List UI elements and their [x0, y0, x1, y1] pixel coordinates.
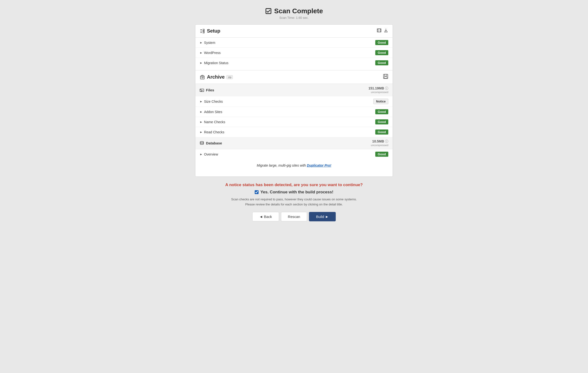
- setup-section-header: Setup: [195, 25, 393, 38]
- overview-text: Overview: [204, 152, 218, 156]
- migration-arrow: ►: [200, 61, 203, 65]
- readchecks-badge: Good: [375, 129, 388, 135]
- setup-row-system: ► System Good: [195, 38, 393, 48]
- setup-icons: [377, 28, 388, 34]
- system-label[interactable]: ► System: [200, 41, 215, 45]
- migration-badge: Good: [375, 60, 388, 65]
- overview-badge: Good: [375, 152, 388, 157]
- scan-complete-title: Scan Complete: [265, 7, 323, 15]
- svg-text:ZIP: ZIP: [202, 77, 204, 79]
- system-text: System: [204, 41, 215, 45]
- setup-film-icon[interactable]: [377, 28, 382, 34]
- archive-icon: ZIP: [200, 74, 205, 80]
- scan-complete-text: Scan Complete: [274, 7, 323, 15]
- migration-text: Migration Status: [204, 61, 228, 65]
- database-size: 10.5MB: [372, 139, 384, 143]
- sizechecks-badge: Notice: [373, 99, 388, 104]
- sizechecks-arrow: ►: [200, 100, 203, 103]
- database-rows: ► Overview Good: [195, 149, 393, 159]
- scan-info-line2: Please review the details for each secti…: [195, 202, 393, 207]
- files-subsection-header: Files 151.19MB ⓘ uncompressed: [195, 84, 393, 96]
- archive-title-text: Archive: [207, 74, 225, 80]
- scan-info-line1: Scan checks are not required to pass, ho…: [195, 197, 393, 202]
- archive-title: ZIP Archive zip: [200, 74, 233, 80]
- setup-icon: [200, 29, 205, 34]
- setup-title-text: Setup: [207, 28, 220, 34]
- setup-download-icon[interactable]: [383, 28, 388, 34]
- setup-title: Setup: [200, 28, 220, 34]
- page-header: Scan Complete Scan Time: 1.60 sec.: [265, 7, 323, 20]
- files-row-readchecks: ► Read Checks Good: [195, 127, 393, 137]
- readchecks-arrow: ►: [200, 130, 203, 134]
- scan-time: Scan Time: 1.60 sec.: [265, 16, 323, 20]
- svg-rect-17: [384, 74, 387, 76]
- system-arrow: ►: [200, 41, 203, 44]
- bottom-section: A notice status has been detected, are y…: [195, 183, 393, 221]
- files-row-addonsites: ► Addon Sites Good: [195, 107, 393, 117]
- setup-row-migration: ► Migration Status Good: [195, 58, 393, 68]
- addonsites-label[interactable]: ► Addon Sites: [200, 110, 222, 114]
- promo-section: Migrate large, multi-gig sites with Dupl…: [195, 159, 393, 172]
- readchecks-text: Read Checks: [204, 130, 224, 134]
- database-meta: 10.5MB ⓘ uncompressed: [371, 139, 388, 147]
- overview-label[interactable]: ► Overview: [200, 152, 218, 156]
- files-size: 151.19MB: [368, 86, 384, 90]
- addonsites-text: Addon Sites: [204, 110, 222, 114]
- archive-section-header: ZIP Archive zip: [195, 70, 393, 84]
- zip-badge: zip: [226, 75, 233, 79]
- database-row-overview: ► Overview Good: [195, 149, 393, 159]
- files-title: Files: [200, 88, 214, 92]
- database-title-text: Database: [206, 141, 222, 145]
- main-card: Setup: [195, 24, 393, 177]
- files-icon: [200, 88, 204, 92]
- svg-rect-4: [377, 29, 381, 32]
- sizechecks-text: Size Checks: [204, 100, 223, 104]
- promo-text: Migrate large, multi-gig sites with: [257, 164, 307, 167]
- sizechecks-label[interactable]: ► Size Checks: [200, 100, 223, 104]
- continue-checkbox-label[interactable]: Yes. Continue with the build process!: [261, 190, 333, 195]
- scan-complete-icon: [265, 8, 272, 14]
- database-subsection-header: Database 10.5MB ⓘ uncompressed: [195, 137, 393, 149]
- files-row-sizechecks: ► Size Checks Notice: [195, 96, 393, 107]
- namechecks-text: Name Checks: [204, 120, 225, 124]
- build-button[interactable]: Build ►: [309, 212, 336, 221]
- files-uncompressed: uncompressed: [368, 91, 388, 93]
- migration-label[interactable]: ► Migration Status: [200, 61, 228, 65]
- system-badge: Good: [375, 40, 388, 45]
- back-button[interactable]: ◄ Back: [252, 212, 279, 221]
- continue-checkbox[interactable]: [255, 190, 259, 194]
- wordpress-label[interactable]: ► WordPress: [200, 51, 221, 55]
- wordpress-arrow: ►: [200, 51, 203, 54]
- files-meta: 151.19MB ⓘ uncompressed: [368, 86, 388, 93]
- database-help-icon[interactable]: ⓘ: [385, 139, 388, 143]
- namechecks-label[interactable]: ► Name Checks: [200, 120, 225, 124]
- svg-rect-18: [384, 77, 387, 78]
- files-title-text: Files: [206, 88, 214, 92]
- setup-rows: ► System Good ► WordPress Good ► Migrati…: [195, 38, 393, 68]
- namechecks-arrow: ►: [200, 120, 203, 124]
- database-uncompressed: uncompressed: [371, 144, 388, 147]
- namechecks-badge: Good: [375, 119, 388, 124]
- files-row-namechecks: ► Name Checks Good: [195, 117, 393, 127]
- button-row: ◄ Back Rescan Build ►: [195, 212, 393, 221]
- wordpress-text: WordPress: [204, 51, 221, 55]
- overview-arrow: ►: [200, 153, 203, 156]
- notice-warning: A notice status has been detected, are y…: [195, 183, 393, 187]
- files-help-icon[interactable]: ⓘ: [385, 86, 388, 90]
- database-title: Database: [200, 141, 222, 145]
- archive-save-icon[interactable]: [383, 74, 388, 80]
- promo-link[interactable]: Duplicator Pro!: [307, 164, 331, 167]
- database-icon: [200, 141, 204, 145]
- wordpress-badge: Good: [375, 50, 388, 55]
- svg-rect-0: [266, 9, 271, 14]
- continue-checkbox-row: Yes. Continue with the build process!: [195, 190, 393, 195]
- readchecks-label[interactable]: ► Read Checks: [200, 130, 224, 134]
- setup-row-wordpress: ► WordPress Good: [195, 48, 393, 58]
- addonsites-badge: Good: [375, 109, 388, 114]
- files-rows: ► Size Checks Notice ► Addon Sites Good …: [195, 96, 393, 137]
- addonsites-arrow: ►: [200, 110, 203, 114]
- scan-info: Scan checks are not required to pass, ho…: [195, 197, 393, 207]
- rescan-button[interactable]: Rescan: [281, 212, 307, 221]
- svg-point-22: [200, 142, 204, 143]
